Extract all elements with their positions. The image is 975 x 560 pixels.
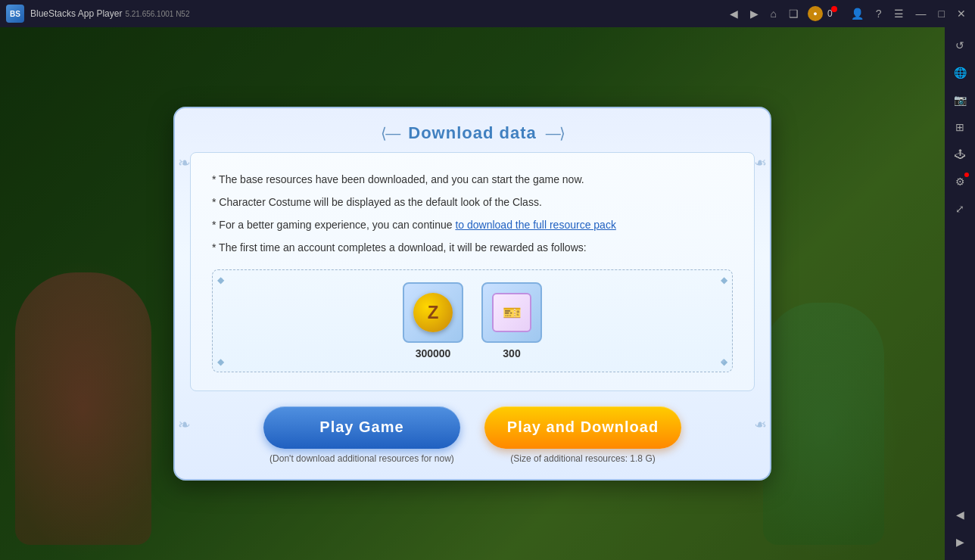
modal-buttons: Play Game (Don't download additional res… [175, 406, 770, 479]
home-button[interactable]: ⌂ [768, 8, 780, 20]
header-deco-right: —⟩ [546, 124, 564, 142]
play-game-button[interactable]: Play Game [263, 406, 460, 449]
grid-icon[interactable]: ⊞ [948, 115, 972, 139]
reward-corner-tl: ◆ [217, 275, 224, 285]
close-button[interactable]: ✕ [954, 8, 969, 20]
back-button[interactable]: ◀ [727, 8, 741, 20]
info-line-2: * Character Costume will be displayed as… [212, 194, 733, 212]
sidebar-arrow-right[interactable]: ▶ [948, 530, 972, 554]
menu-icon[interactable]: ☰ [891, 8, 907, 20]
header-deco-left: ⟨— [381, 124, 399, 142]
reward-item-coin: Z 300000 [403, 282, 463, 359]
app-name: BlueStacks App Player [30, 8, 122, 19]
info-line-4: * The first time an account completes a … [212, 239, 733, 257]
reward-ticket-box: 🎫 [481, 282, 542, 343]
resource-pack-link[interactable]: to download the full resource pack [455, 219, 615, 231]
info-line-3-prefix: * For a better gaming experience, you ca… [212, 219, 455, 231]
play-download-button[interactable]: Play and Download [484, 406, 681, 449]
corner-decoration-bl: ❧ [178, 415, 191, 434]
reward-corner-bl: ◆ [217, 356, 224, 367]
rewards-box: ◆ ◆ ◆ ◆ Z 300000 🎫 [212, 269, 733, 372]
maximize-button[interactable]: □ [936, 8, 948, 20]
ticket-reward-icon: 🎫 [492, 293, 531, 332]
help-icon[interactable]: ? [873, 8, 885, 20]
copy-button[interactable]: ❑ [786, 8, 802, 20]
corner-decoration-br: ❧ [754, 415, 767, 434]
coin-badge: ● [808, 6, 823, 21]
expand-icon[interactable]: ⤢ [948, 197, 972, 221]
modal-title: Download data [408, 123, 536, 143]
coin-reward-icon: Z [413, 293, 453, 332]
settings-icon[interactable]: ⚙ [948, 170, 972, 194]
corner-decoration-tl: ❧ [178, 154, 191, 172]
play-download-group: Play and Download (Size of additional re… [484, 406, 681, 464]
minimize-button[interactable]: — [913, 8, 930, 20]
coin-reward-amount: 300000 [416, 347, 451, 359]
play-game-group: Play Game (Don't download additional res… [263, 406, 460, 464]
app-version: 5.21.656.1001 N52 [125, 10, 189, 18]
reward-corner-br: ◆ [721, 356, 727, 367]
info-line-3: * For a better gaming experience, you ca… [212, 216, 733, 235]
play-game-note: (Don't download additional resources for… [269, 453, 454, 464]
corner-decoration-tr: ❧ [754, 154, 767, 172]
titlebar: BS BlueStacks App Player 5.21.656.1001 N… [0, 0, 975, 27]
globe-icon[interactable]: 🌐 [948, 61, 972, 85]
reward-corner-tr: ◆ [721, 275, 727, 285]
refresh-icon[interactable]: ↺ [948, 33, 972, 58]
user-icon[interactable]: 👤 [848, 8, 867, 20]
reward-coin-box: Z [403, 282, 463, 343]
notification-dot [831, 6, 837, 12]
modal-overlay: ❧ ❧ ❧ ❧ ⟨— Download data —⟩ * The base r… [0, 27, 945, 560]
ticket-reward-amount: 300 [503, 347, 520, 359]
settings-notification-dot [964, 173, 969, 177]
download-modal: ❧ ❧ ❧ ❧ ⟨— Download data —⟩ * The base r… [173, 107, 771, 480]
titlebar-controls: ◀ ▶ ⌂ ❑ ● 0 👤 ? ☰ — □ ✕ [727, 6, 969, 21]
modal-header: ⟨— Download data —⟩ [175, 108, 770, 152]
sidebar-arrow-left[interactable]: ◀ [948, 502, 972, 527]
joystick-icon[interactable]: 🕹 [948, 142, 972, 166]
right-sidebar: ↺ 🌐 📷 ⊞ 🕹 ⚙ ⤢ ◀ ▶ [945, 27, 975, 560]
forward-button[interactable]: ▶ [747, 8, 762, 20]
play-download-note: (Size of additional resources: 1.8 G) [510, 453, 655, 464]
modal-content-box: * The base resources have been downloade… [190, 152, 755, 390]
info-line-1: * The base resources have been downloade… [212, 171, 733, 189]
reward-item-ticket: 🎫 300 [481, 282, 542, 359]
camera-icon[interactable]: 📷 [948, 88, 972, 112]
app-logo: BS [6, 5, 24, 23]
